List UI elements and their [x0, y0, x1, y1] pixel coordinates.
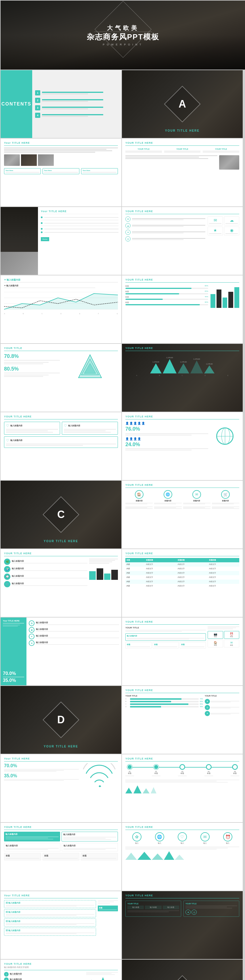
slide-dashed: Your TITLE HERE ☵ 输入标题内容 ☵ 输入标题内容: [1, 891, 121, 959]
title-line2: 杂志商务风PPT模板: [87, 32, 160, 42]
num-3: 3: [35, 105, 40, 110]
slide-stats: YOUR TITLE HERE 👤 👤 👤 👤 👤 76.0%: [122, 412, 243, 480]
slide-c2-title: YOUR TITLE HERE: [126, 142, 239, 144]
slide-c3-title: Your TITLE HERE: [41, 210, 118, 213]
slide-deco1-title: YOUR TITLE HERE: [4, 963, 118, 965]
slide-radar-title: YOUR TITLE HERE: [126, 689, 239, 692]
slide-dashed-title: Your TITLE HERE: [4, 894, 118, 897]
slide-numbers: YOUR TITLE 70.8% 80.5%: [1, 344, 121, 412]
slide-input2-title: YOUR TITLE HERE: [126, 620, 239, 623]
slide-c-title: YOUR TITLE HERE: [1, 539, 121, 543]
slide-icons-row: YOUR TITLE HERE ✿ 输入 🌐 输入: [122, 823, 243, 891]
slide-dark-triangles: YOUR TITLE HERE 1,378,60 1,378,60 1,378,…: [122, 344, 243, 412]
slide-thanks: THANKS 谢谢观看: [122, 959, 243, 980]
num-2: 2: [35, 98, 40, 103]
letter-a: A: [178, 98, 186, 110]
slide-teal-panel: Your TITLE HERE 70.0% 35.0%: [1, 617, 121, 685]
slide-wifi: Your TITLE HERE 70.0% 35.0%: [1, 754, 121, 822]
slide-table: YOUR TITLE HERE 标题 标题标题 标题标题 标题标题: [122, 549, 243, 617]
slide-dark2-title: YOUR TITLE HERE: [126, 894, 239, 897]
slide-4icons: YOUR TITLE HERE 🌿 输入标题内容: [1, 549, 121, 617]
slide-teal-title: Your TITLE HERE: [3, 620, 24, 622]
slide-c4-title: YOUR TITLE HERE: [126, 210, 239, 213]
slide-4icons-title: YOUR TITLE HERE: [4, 552, 118, 555]
slide-input1-title: YOUR TITLE HERE: [4, 415, 118, 418]
slide-chart-2: YOUR TITLE HERE 标题 80% 标: [122, 275, 243, 343]
slide-dark-title: YOUR TITLE HERE: [126, 347, 239, 350]
slide-c1-title: Your TITLE HERE: [4, 142, 118, 144]
slide-vert-1: YOUR TITLE HERE 🏠 标题内容 🌐: [122, 480, 243, 549]
slide-letter-a: A YOUR TITLE HERE: [122, 70, 243, 138]
slide-letter-d: D YOUR TITLE HERE: [1, 686, 121, 754]
letter-c: C: [57, 509, 65, 520]
slide-content-3: Your TITLE HERE: [1, 207, 121, 275]
slide-d-title: YOUR TITLE HERE: [1, 745, 121, 748]
slide-contents: CONTENTS 1 2: [1, 70, 121, 138]
slide-vert1-title: YOUR TITLE HERE: [126, 484, 239, 487]
slide-table-title: YOUR TITLE HERE: [126, 552, 239, 555]
slide-letter-c: C YOUR TITLE HERE: [1, 480, 121, 549]
title-line1: 大气欧美: [87, 24, 160, 32]
slide-icons-title: YOUR TITLE HERE: [126, 826, 239, 829]
slide-content-1: Your TITLE HERE: [1, 138, 121, 207]
slide-chart-1: ✦ 输入标题内容 ✦ 输入标题内容: [1, 275, 121, 343]
slide-stats-title: YOUR TITLE HERE: [126, 415, 239, 418]
num-4: 4: [35, 113, 40, 118]
slide-wifi-title: Your TITLE HERE: [4, 757, 118, 760]
num-1: 1: [35, 90, 40, 95]
slide-dark-2: YOUR TITLE HERE YOUR TITLE 输入标题 输入标题: [122, 891, 243, 959]
slide-radar: YOUR TITLE HERE YOUR TITLE A 75%: [122, 686, 243, 754]
slide-input-2: YOUR TITLE HERE YOUR TITLE 输入标题内容: [122, 617, 243, 685]
slide-line-title: YOUR TITLE HERE: [126, 757, 239, 760]
slide-chart2-title: YOUR TITLE HERE: [126, 278, 239, 281]
title-block: 大气欧美 杂志商务风PPT模板 POWERPOINT: [87, 24, 160, 46]
slide-1-title: 大气欧美 杂志商务风PPT模板 POWERPOINT: [1, 1, 245, 70]
letter-d: D: [57, 714, 65, 726]
slide-input-3: YOUR TITLE HERE 输入标题内容 输入标题内容: [1, 823, 121, 891]
slide-content-4: YOUR TITLE HERE ✉: [122, 207, 243, 275]
slide-deco-1: YOUR TITLE HERE 输入标题内容 内容文字说明 1 输入标题内容: [1, 959, 121, 980]
slide-input3-title: YOUR TITLE HERE: [4, 826, 118, 829]
svg-point-8: [99, 785, 101, 787]
slide-input-1: YOUR TITLE HERE ♡ 输入标题内容 ♡: [1, 412, 121, 480]
title-line3: POWERPOINT: [87, 43, 160, 46]
slide-num-title: YOUR TITLE: [4, 347, 118, 350]
slide-a-title: YOUR TITLE HERE: [122, 129, 243, 132]
svg-marker-4: [4, 294, 118, 309]
slide-content-2: YOUR TITLE HERE YOUR TITLE YOUR TITLE Y: [122, 138, 243, 207]
contents-label: CONTENTS: [2, 102, 31, 107]
slide-line-dots: YOUR TITLE HERE 01标题 02标题: [122, 754, 243, 822]
